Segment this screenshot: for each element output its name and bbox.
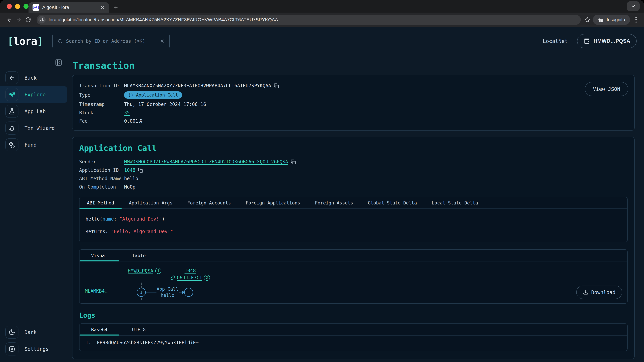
search-input[interactable]	[66, 38, 156, 44]
sidebar-collapse-icon[interactable]	[54, 58, 63, 67]
copy-icon[interactable]	[138, 168, 143, 173]
abi-method-value: hello	[124, 176, 138, 181]
tab-foreign-accounts[interactable]: Foreign Accounts	[180, 197, 238, 209]
clear-search-icon[interactable]	[160, 38, 165, 43]
sidebar-item-app-lab[interactable]: App Lab	[0, 103, 67, 120]
tab-foreign-applications[interactable]: Foreign Applications	[238, 197, 308, 209]
wizard-hat-icon	[5, 121, 18, 135]
browser-tab[interactable]: [ak] AlgoKit - lora	[28, 2, 109, 12]
incognito-icon	[598, 17, 604, 23]
sidebar: Back Explore App Lab	[0, 55, 68, 362]
close-window-button[interactable]	[7, 4, 12, 9]
flask-icon	[5, 105, 18, 118]
transaction-type-badge: () Application Call	[124, 91, 182, 99]
tab-utf8[interactable]: UTF-8	[119, 324, 159, 335]
minimize-window-button[interactable]	[15, 4, 20, 9]
sidebar-item-label: Explore	[24, 92, 46, 97]
sidebar-item-theme-dark[interactable]: Dark	[0, 324, 67, 341]
group-link[interactable]: O6JJ…F7CI	[177, 275, 202, 281]
copy-icon[interactable]	[291, 159, 296, 164]
lora-app: [lora] LocalNet HMWD…PQSA	[0, 27, 644, 362]
forward-nav-icon[interactable]	[14, 15, 24, 24]
sidebar-item-back[interactable]: Back	[0, 69, 67, 86]
transaction-row-link[interactable]: MLAMKB4…	[85, 288, 108, 294]
timestamp-row: Timestamp Thu, 17 October 2024 17:06:16	[79, 102, 628, 107]
main-content: Transaction View JSON Transaction ID MLA…	[68, 55, 644, 362]
sidebar-item-txn-wizard[interactable]: Txn Wizard	[0, 120, 67, 136]
account-number-badge: 1	[155, 268, 161, 274]
field-label: Type	[79, 92, 124, 98]
tab-global-state-delta[interactable]: Global State Delta	[360, 197, 424, 209]
reload-icon[interactable]	[24, 15, 33, 24]
search-box[interactable]	[52, 34, 170, 48]
tab-application-args[interactable]: Application Args	[122, 197, 180, 209]
tab-local-state-delta[interactable]: Local State Delta	[424, 197, 485, 209]
application-call-title: Application Call	[79, 143, 628, 153]
wallet-button[interactable]: HMWD…PQSA	[577, 34, 636, 48]
tab-visual[interactable]: Visual	[80, 250, 119, 261]
site-settings-icon[interactable]	[38, 16, 46, 23]
incognito-label: Incognito	[606, 17, 625, 22]
visual-tabs-box: Visual Table HMWD…PQSA 1 1048	[79, 249, 628, 304]
new-tab-button[interactable]	[113, 5, 118, 10]
tab-base64[interactable]: Base64	[80, 324, 119, 335]
tab-abi-method[interactable]: ABI Method	[80, 197, 122, 209]
fullscreen-window-button[interactable]	[24, 4, 28, 9]
graph-application-node	[184, 288, 193, 297]
transaction-summary-card: View JSON Transaction ID MLAMKB4ANXZ5NA2…	[72, 75, 634, 131]
visual-tabrow: Visual Table	[80, 250, 627, 261]
incognito-badge: Incognito	[593, 15, 630, 25]
download-icon	[583, 290, 588, 295]
lora-logo[interactable]: [lora]	[8, 35, 43, 47]
application-id-link[interactable]: 1048	[124, 167, 135, 173]
logs-tabrow: Base64 UTF-8	[80, 324, 627, 336]
wallet-icon	[584, 38, 590, 44]
graph-edge-line	[146, 292, 156, 293]
field-label: On Completion	[79, 184, 124, 190]
timestamp-value: Thu, 17 October 2024 17:06:16	[124, 102, 206, 107]
abi-returns-line: Returns: "Hello, Algorand Dev!"	[86, 229, 621, 234]
on-completion-value: NoOp	[124, 184, 135, 190]
block-link[interactable]: 35	[124, 110, 130, 115]
sidebar-item-label: Dark	[24, 329, 36, 335]
sidebar-item-label: Back	[24, 75, 36, 81]
browser-toolbar: lora.algokit.io/localnet/transaction/MLA…	[0, 12, 644, 27]
field-label: Block	[79, 110, 124, 115]
application-link[interactable]: 1048	[184, 268, 196, 273]
abi-returns-value: "Hello, Algorand Dev!"	[111, 229, 173, 234]
application-call-card: Application Call Sender HMWDSHQCOPD2T36W…	[72, 137, 634, 359]
url-text: lora.algokit.io/localnet/transaction/MLA…	[49, 17, 278, 22]
account-link[interactable]: HMWD…PQSA	[128, 268, 153, 274]
graph-sender-node: 1	[137, 288, 146, 297]
browser-tabstrip: [ak] AlgoKit - lora	[0, 0, 644, 12]
browser-menu-icon[interactable]	[633, 17, 639, 23]
app-call-tabs-box: ABI Method Application Args Foreign Acco…	[79, 197, 628, 242]
toolbar-right: Incognito	[584, 15, 639, 25]
tab-table[interactable]: Table	[119, 250, 159, 261]
link-icon	[170, 275, 175, 280]
sidebar-item-explore[interactable]: Explore	[0, 86, 67, 103]
bookmark-star-icon[interactable]	[584, 17, 590, 23]
app-body: Back Explore App Lab	[0, 55, 644, 362]
sidebar-item-fund[interactable]: Fund	[0, 136, 67, 153]
network-label[interactable]: LocalNet	[543, 38, 568, 44]
coins-icon	[5, 138, 18, 151]
traffic-lights	[7, 4, 28, 9]
sidebar-item-settings[interactable]: Settings	[0, 341, 67, 357]
graph-application-header: 1048 O6JJ…F7CI 2	[170, 268, 210, 281]
abi-method-content: hello(name: "Algorand Dev!") Returns: "H…	[80, 209, 627, 242]
field-label: Sender	[79, 159, 124, 165]
browser-window: [ak] AlgoKit - lora lora.algokit.io/l	[0, 0, 644, 362]
tab-close-icon[interactable]	[100, 5, 105, 10]
back-nav-icon[interactable]	[5, 15, 14, 24]
download-button[interactable]: Download	[576, 286, 622, 299]
wallet-address: HMWD…PQSA	[594, 38, 630, 44]
tab-search-chevron-button[interactable]	[627, 1, 640, 11]
sender-link[interactable]: HMWDSHQCOPD2T36WBAHLAZ6PO5GDJJZBN4D2TODK…	[124, 159, 288, 165]
url-bar[interactable]: lora.algokit.io/localnet/transaction/MLA…	[36, 15, 581, 25]
field-label: Application ID	[79, 167, 124, 173]
view-json-button[interactable]: View JSON	[585, 82, 628, 96]
copy-icon[interactable]	[274, 83, 279, 88]
field-label: Timestamp	[79, 102, 124, 107]
tab-foreign-assets[interactable]: Foreign Assets	[308, 197, 360, 209]
